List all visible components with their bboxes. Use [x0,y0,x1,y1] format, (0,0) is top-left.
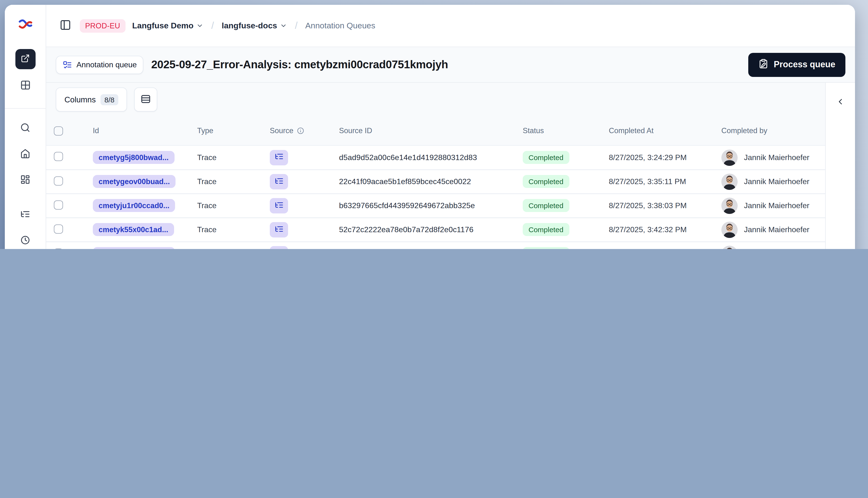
completed-by-avatar [721,149,738,166]
completed-by-name: Jannik Maierhoefer [744,225,809,234]
completed-at: 8/27/2025, 3:38:03 PM [609,201,721,210]
column-header-type[interactable]: Type [197,127,270,135]
table-row[interactable]: cmetyk55x00c1ad... Trace 52c72c2222ea78e… [46,217,825,241]
queue-type-label: Annotation queue [76,60,137,69]
item-type: Trace [197,225,270,234]
panel-left-icon [60,19,71,32]
breadcrumb-project[interactable]: langfuse-docs [222,21,287,30]
chevron-down-icon [280,22,287,29]
sidebar-item-trace-tree[interactable] [15,205,35,225]
table-icon [20,80,30,92]
table-row[interactable]: cmetyju1r00ccad0... Trace b63297665cfd44… [46,193,825,217]
project-name: langfuse-docs [222,21,277,30]
trace-tree-icon [20,209,30,221]
source-id: d5ad9d52a00c6e14e1d4192880312d83 [339,153,523,162]
completed-by-avatar [721,173,738,190]
item-id-link[interactable]: cmetykdr400ciad0... [93,247,175,249]
completed-by: Jannik Maierhoefer [721,149,825,166]
top-navigation-bar: PROD-EU Langfuse Demo / langfuse-docs / … [46,5,855,47]
table-row[interactable]: cmetykdr400ciad0... Trace c9d56ca32efaff… [46,241,825,249]
table-body: cmetyg5j800bwad... Trace d5ad9d52a00c6e1… [46,145,825,249]
sidebar-item-home[interactable] [15,144,35,165]
source-trace-button[interactable] [270,198,288,213]
item-id-link[interactable]: cmetyg5j800bwad... [93,151,174,164]
sidebar-toggle-button[interactable] [58,17,73,34]
source-trace-button[interactable] [270,246,288,249]
trace-tree-icon [274,224,284,235]
chevron-down-icon [196,22,204,29]
table-toolbar: Columns 8/8 [46,83,825,116]
row-checkbox[interactable] [54,224,63,233]
clipboard-pen-icon [759,58,768,71]
source-id: b63297665cfd4439592649672abb325e [339,201,523,210]
completed-by-name: Jannik Maierhoefer [744,153,809,162]
column-header-status[interactable]: Status [523,127,609,135]
info-icon[interactable] [297,127,305,135]
column-header-id[interactable]: Id [93,127,197,135]
sidebar-divider [5,108,46,109]
chevron-left-icon [836,97,845,108]
annotation-queue-icon [63,60,72,69]
source-id: 52c72c2222ea78e0b7a72d8f2e0c1176 [339,225,523,234]
completed-by-avatar [721,246,738,249]
sidebar-group [15,205,35,249]
columns-label: Columns [64,95,96,104]
row-checkbox[interactable] [54,200,63,209]
row-checkbox[interactable] [54,176,63,185]
completed-at: 8/27/2025, 3:42:32 PM [609,225,721,234]
status-badge: Completed [523,175,569,188]
sidebar-item-dashboard[interactable] [15,170,35,191]
row-checkbox[interactable] [54,152,63,161]
page-header: Annotation queue 2025-09-27_Error-Analys… [46,47,855,83]
completed-at: 8/27/2025, 3:35:11 PM [609,178,721,186]
right-side-panel [825,83,855,249]
table-row[interactable]: cmetyg5j800bwad... Trace d5ad9d52a00c6e1… [46,145,825,169]
status-badge: Completed [523,247,569,249]
trace-tree-icon [274,200,284,211]
trace-tree-icon [274,152,284,163]
environment-badge: PROD-EU [80,19,126,32]
app-window: PROD-EU Langfuse Demo / langfuse-docs / … [5,5,855,249]
process-queue-label: Process queue [774,60,835,70]
completed-at: 8/27/2025, 3:24:29 PM [609,153,721,162]
completed-by: Jannik Maierhoefer [721,173,825,190]
main-area: PROD-EU Langfuse Demo / langfuse-docs / … [46,5,855,249]
completed-by: Jannik Maierhoefer [721,246,825,249]
item-id-link[interactable]: cmetygeov00buad... [93,175,176,188]
row-checkbox[interactable] [54,248,63,249]
sidebar-item-open-in-new[interactable] [15,49,35,69]
organization-name: Langfuse Demo [132,21,194,30]
select-all-checkbox[interactable] [54,126,63,135]
table-row[interactable]: cmetygeov00buad... Trace 22c41f09acae5b1… [46,169,825,193]
home-icon [20,148,30,160]
column-header-source[interactable]: Source [270,127,339,135]
process-queue-button[interactable]: Process queue [748,53,845,77]
breadcrumb-section[interactable]: Annotation Queues [306,21,375,30]
collapse-panel-button[interactable] [831,93,850,112]
item-id-link[interactable]: cmetyju1r00ccad0... [93,199,175,212]
completed-by: Jannik Maierhoefer [721,222,825,238]
search-icon [20,122,30,134]
breadcrumb-organization[interactable]: Langfuse Demo [132,21,204,30]
sidebar-item-search[interactable] [15,118,35,139]
clock-icon [20,235,30,247]
item-id-link[interactable]: cmetyk55x00c1ad... [93,223,174,236]
row-height-button[interactable] [134,88,157,112]
columns-button[interactable]: Columns 8/8 [56,88,127,112]
table-section: Columns 8/8 Id Type Source Source [46,83,825,249]
source-trace-button[interactable] [270,222,288,237]
source-id: 22c41f09acae5b1ef859bcec45ce0022 [339,178,523,186]
source-trace-button[interactable] [270,150,288,165]
sidebar-item-table-view[interactable] [15,76,35,96]
completed-by-avatar [721,222,738,238]
sidebar-item-clock[interactable] [15,231,35,249]
breadcrumb-separator: / [294,20,298,31]
langfuse-logo[interactable] [18,18,33,30]
source-trace-button[interactable] [270,174,288,189]
column-header-source-id[interactable]: Source ID [339,127,523,135]
trace-tree-icon [274,176,284,187]
column-header-completed-at[interactable]: Completed At [609,127,721,135]
sidebar-group [15,118,35,191]
rows-icon [140,93,151,105]
column-header-completed-by[interactable]: Completed by [721,127,825,135]
